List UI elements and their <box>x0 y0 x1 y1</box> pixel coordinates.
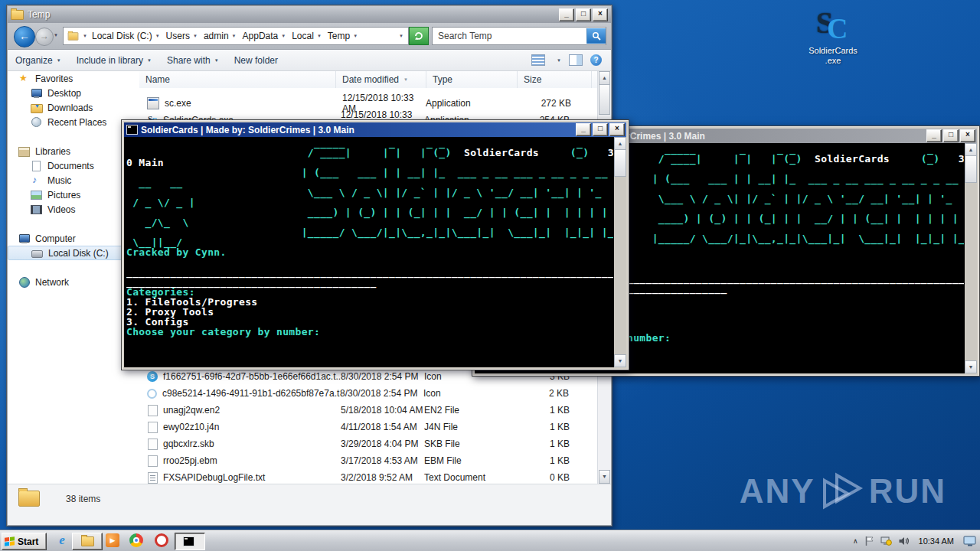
sidebar-item-label: Videos <box>47 204 75 215</box>
console-text: _____ _ _ _ _ / ____| | | | (_) SoldierC… <box>126 138 613 367</box>
close-button[interactable]: × <box>609 123 625 136</box>
scroll-up-button[interactable]: ▲ <box>614 137 626 150</box>
breadcrumb-segment[interactable]: Local▼ <box>290 31 326 41</box>
breadcrumb-segment[interactable]: Users▼ <box>165 31 202 41</box>
file-icon <box>148 455 158 467</box>
file-row[interactable]: FXSAPIDebugLogFile.txt3/2/2018 9:52 AMTe… <box>139 469 598 484</box>
console-window-soldiercards[interactable]: SoldierCards | Made by: SoldierCrimes | … <box>121 119 629 370</box>
windows-logo-icon <box>5 536 15 546</box>
breadcrumb-segment[interactable]: Temp▼ <box>326 31 362 41</box>
start-button-label: Start <box>18 536 38 547</box>
sidebar-item-label: Favorites <box>35 73 73 84</box>
scrollbar-thumb[interactable] <box>965 155 977 183</box>
toolbar-button[interactable]: Include in library▼ <box>77 55 152 66</box>
column-header[interactable]: Name <box>139 71 336 88</box>
address-dropdown-icon[interactable]: ▼ <box>399 34 408 38</box>
show-desktop-icon[interactable] <box>963 536 977 547</box>
sidebar-item[interactable]: Downloads <box>8 100 139 115</box>
breadcrumb-segment[interactable]: admin▼ <box>202 31 241 41</box>
minimize-button[interactable]: _ <box>559 8 574 21</box>
toolbar-button[interactable]: New folder <box>234 55 282 66</box>
file-name: gqbcxlrz.skb <box>158 439 341 449</box>
minimize-button[interactable]: _ <box>576 123 591 136</box>
taskbar-console-button[interactable] <box>175 533 205 550</box>
scroll-up-button[interactable]: ▲ <box>599 71 610 85</box>
taskbar-clock[interactable]: 10:34 AM <box>916 536 957 546</box>
close-button[interactable]: × <box>593 8 608 21</box>
preview-pane-button[interactable] <box>569 54 583 66</box>
scroll-up-button[interactable]: ▲ <box>965 143 977 156</box>
sidebar-item[interactable]: Computer <box>8 231 139 246</box>
toolbar-button-label: Share with <box>167 55 211 66</box>
help-button[interactable]: ? <box>590 54 602 66</box>
volume-icon[interactable] <box>898 536 910 546</box>
file-row[interactable]: rroo25pj.ebm3/17/2018 4:53 AMEBM File1 K… <box>139 452 598 469</box>
history-dropdown-icon[interactable]: ▼ <box>54 33 58 37</box>
file-type: Application <box>426 98 510 109</box>
file-row[interactable]: gqbcxlrz.skb3/29/2018 4:04 PMSKB File1 K… <box>139 435 598 452</box>
breadcrumb-caret-icon[interactable]: ▼ <box>80 34 90 38</box>
sidebar-item[interactable]: Libraries <box>8 144 139 158</box>
minimize-button[interactable]: _ <box>926 129 942 142</box>
forward-button[interactable]: → <box>35 28 54 46</box>
file-name: rroo25pj.ebm <box>158 455 341 466</box>
sidebar-item[interactable]: Videos <box>8 202 139 217</box>
scrollbar-thumb[interactable] <box>599 84 610 115</box>
scroll-down-button[interactable]: ▼ <box>614 354 626 367</box>
file-row[interactable]: unagj2qw.en25/18/2018 10:04 AMEN2 File1 … <box>139 402 598 419</box>
chevron-down-icon: ▼ <box>314 34 325 38</box>
console-scrollbar[interactable]: ▲ ▼ <box>614 137 626 367</box>
maximize-button[interactable]: □ <box>593 123 608 136</box>
toolbar-button[interactable]: Share with▼ <box>167 55 219 66</box>
breadcrumb-segment[interactable]: AppData▼ <box>241 31 291 41</box>
scroll-down-button[interactable]: ▼ <box>965 360 977 373</box>
sidebar-item[interactable]: Favorites <box>8 71 139 86</box>
start-button[interactable]: Start <box>2 533 47 550</box>
toolbar-button[interactable]: Organize▼ <box>15 55 61 66</box>
sidebar-item[interactable]: Recent Places <box>8 115 139 129</box>
search-box[interactable]: Search Temp <box>432 27 606 45</box>
column-header-label: Name <box>145 74 170 85</box>
show-hidden-icons-chevron[interactable]: ∧ <box>853 537 858 545</box>
scrollbar-thumb[interactable] <box>614 149 626 177</box>
network-status-icon[interactable] <box>880 536 892 546</box>
sidebar-item[interactable]: Documents <box>8 158 139 173</box>
column-header[interactable]: Size <box>518 71 592 88</box>
change-view-button[interactable] <box>531 54 545 66</box>
back-button[interactable]: ← <box>14 26 35 47</box>
column-header[interactable]: Date modified▼ <box>336 71 426 88</box>
breadcrumb-segment[interactable]: Local Disk (C:)▼ <box>90 31 165 41</box>
desktop-icon-soldiercards[interactable]: S C SoldierCards .exe <box>796 6 870 66</box>
file-rows-bottom: f1662751-69f6-42d7-b5bb-1e66ef66d1ac.t..… <box>139 368 598 484</box>
maximize-button[interactable]: □ <box>576 8 591 21</box>
window-title: SoldierCards | Made by: SoldierCrimes | … <box>141 125 574 135</box>
file-size: 2 KB <box>508 388 577 399</box>
file-row[interactable]: ewy02z10.j4n4/11/2018 1:54 AMJ4N File1 K… <box>139 419 598 435</box>
search-button[interactable] <box>586 28 606 44</box>
file-row[interactable]: c98e5214-1496-4911-91b1-d6265bf87e7a.t..… <box>139 385 598 402</box>
sidebar-item[interactable]: Desktop <box>8 86 139 100</box>
media-player-icon[interactable]: ▶ <box>106 533 119 547</box>
explorer-titlebar[interactable]: Temp _ □ × <box>8 6 611 23</box>
refresh-button[interactable] <box>409 27 429 45</box>
folder-icon <box>81 536 94 546</box>
sidebar-item[interactable]: Music <box>8 173 139 187</box>
views-dropdown-icon[interactable]: ▼ <box>557 58 561 63</box>
scroll-down-button[interactable]: ▼ <box>599 470 610 484</box>
maximize-button[interactable]: □ <box>943 129 959 142</box>
sidebar-item[interactable]: Local Disk (C:) <box>8 246 139 260</box>
opera-icon[interactable] <box>155 533 168 547</box>
action-center-flag-icon[interactable] <box>864 536 874 546</box>
sidebar-item-icon <box>31 161 43 171</box>
close-button[interactable]: × <box>960 129 975 142</box>
sidebar-item[interactable]: Pictures <box>8 187 139 202</box>
console-titlebar[interactable]: SoldierCards | Made by: SoldierCrimes | … <box>124 122 626 137</box>
chrome-icon[interactable] <box>129 533 143 547</box>
taskbar-explorer-button[interactable] <box>72 533 103 550</box>
sidebar-item[interactable]: Network <box>8 275 139 289</box>
desktop-icon-label-line1: SoldierCards <box>796 46 870 56</box>
console-scrollbar[interactable]: ▲ ▼ <box>965 143 977 373</box>
column-header[interactable]: Type <box>426 71 518 88</box>
internet-explorer-icon[interactable]: e <box>55 533 69 547</box>
address-bar[interactable]: ▼ Local Disk (C:)▼Users▼admin▼AppData▼Lo… <box>63 27 409 45</box>
